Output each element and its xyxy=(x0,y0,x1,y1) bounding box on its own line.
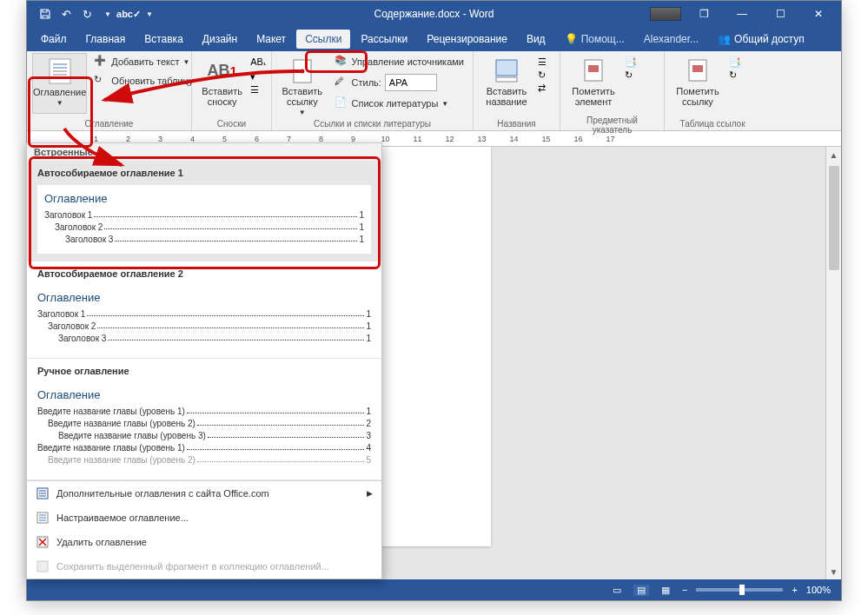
tab-mailings[interactable]: Рассылки xyxy=(352,30,416,49)
read-mode-icon[interactable]: ▭ xyxy=(609,585,625,596)
window-title: Содержание.docx - Word xyxy=(374,8,494,20)
tell-me[interactable]: 💡Помощ... xyxy=(556,30,633,49)
minimize-icon[interactable]: — xyxy=(726,3,758,24)
quick-access-toolbar: ↶ ↻ ▼ abc✓ ▼ xyxy=(27,6,157,22)
chevron-right-icon: ▶ xyxy=(367,489,373,498)
gallery-preview: Оглавление Заголовок 11 Заголовок 21 Заг… xyxy=(37,185,371,254)
scroll-thumb[interactable] xyxy=(829,166,839,270)
ribbon-tabs: Файл Главная Вставка Дизайн Макет Ссылки… xyxy=(27,27,841,51)
caption-icon xyxy=(493,56,520,84)
mark-citation-button[interactable]: Пометить ссылку xyxy=(670,53,726,114)
more-toc-office-button[interactable]: Дополнительные оглавления с сайта Office… xyxy=(27,481,381,506)
share-button[interactable]: 👥 Общий доступ xyxy=(709,30,813,49)
gallery-preview: Оглавление Введите название главы (урове… xyxy=(37,383,371,473)
annotation-arrow-2 xyxy=(61,123,139,175)
index-icon xyxy=(580,56,607,84)
sources-icon: 📚 xyxy=(335,55,348,69)
toc-icon xyxy=(36,511,50,525)
tab-home[interactable]: Главная xyxy=(77,30,135,49)
office-icon xyxy=(36,486,50,500)
chevron-down-icon: ▼ xyxy=(56,99,63,107)
ribbon-group-toa: Пометить ссылку 📑 ↻ Таблица ссылок xyxy=(665,51,760,130)
ribbon-group-index: Пометить элемент 📑 ↻ Предметный указател… xyxy=(560,51,665,130)
zoom-level[interactable]: 100% xyxy=(806,585,831,595)
save-icon[interactable] xyxy=(37,6,53,22)
maximize-icon[interactable]: ☐ xyxy=(765,3,796,24)
tab-view[interactable]: Вид xyxy=(518,30,554,49)
chevron-down-icon[interactable]: ▼ xyxy=(142,6,157,22)
tab-review[interactable]: Рецензирование xyxy=(418,30,516,49)
custom-toc-button[interactable]: Настраиваемое оглавление... xyxy=(27,506,381,530)
bibliography-icon: 📄 xyxy=(335,96,348,110)
close-icon[interactable]: ✕ xyxy=(803,3,834,24)
vertical-scrollbar[interactable]: ▲ ▼ xyxy=(825,147,841,579)
citation-style: 🖉Стиль: xyxy=(331,72,467,93)
save-selection-button: Сохранить выделенный фрагмент в коллекци… xyxy=(27,554,381,579)
window-restore-icon[interactable]: ❐ xyxy=(688,3,719,24)
spelling-icon[interactable]: abc✓ xyxy=(121,6,136,22)
gallery-item-manual-toc[interactable]: Ручное оглавление Оглавление Введите наз… xyxy=(27,359,381,480)
zoom-slider[interactable] xyxy=(696,588,783,592)
toc-icon xyxy=(46,57,74,85)
update-index-icon[interactable]: ↻ xyxy=(625,69,637,81)
remove-icon xyxy=(36,535,50,549)
style-select[interactable] xyxy=(385,74,437,91)
ribbon-display-toggle[interactable] xyxy=(650,7,681,21)
caption-update-icon[interactable]: ↻ xyxy=(538,69,547,81)
insert-toa-icon[interactable]: 📑 xyxy=(729,56,741,68)
web-layout-icon[interactable]: ▦ xyxy=(658,585,673,596)
tab-design[interactable]: Дизайн xyxy=(194,30,246,49)
save-icon xyxy=(36,559,50,573)
toc-button[interactable]: Оглавление ▼ xyxy=(32,53,87,114)
annotation-arrow-1 xyxy=(96,61,313,113)
svg-rect-12 xyxy=(692,65,703,72)
tab-insert[interactable]: Вставка xyxy=(136,30,192,49)
svg-rect-16 xyxy=(37,561,48,572)
svg-rect-7 xyxy=(496,60,517,76)
bibliography-button[interactable]: 📄Список литературы▼ xyxy=(331,95,467,112)
user-account[interactable]: Alexander... xyxy=(635,30,707,49)
mark-index-button[interactable]: Пометить элемент xyxy=(566,53,621,114)
insert-index-icon[interactable]: 📑 xyxy=(625,56,637,68)
toa-icon xyxy=(684,56,712,84)
chevron-down-icon[interactable]: ▼ xyxy=(100,6,116,22)
lightbulb-icon: 💡 xyxy=(565,33,578,45)
remove-toc-button[interactable]: Удалить оглавление xyxy=(27,530,381,554)
style-icon: 🖉 xyxy=(335,76,348,89)
caption-list-icon[interactable]: ☰ xyxy=(538,56,547,68)
cross-ref-icon[interactable]: ⇄ xyxy=(538,83,547,94)
ribbon-group-captions: Вставить название ☰ ↻ ⇄ Названия xyxy=(474,51,560,130)
scroll-down-icon[interactable]: ▼ xyxy=(826,564,841,579)
tab-layout[interactable]: Макет xyxy=(248,30,295,49)
statusbar: ▭ ▤ ▦ − + 100% xyxy=(27,579,841,600)
share-icon: 👥 xyxy=(718,33,731,45)
toc-gallery-panel: Встроенные Автособираемое оглавление 1 О… xyxy=(26,142,382,579)
svg-rect-10 xyxy=(588,65,599,72)
tab-file[interactable]: Файл xyxy=(32,30,76,49)
update-toa-icon[interactable]: ↻ xyxy=(729,69,741,81)
undo-icon[interactable]: ↶ xyxy=(58,6,74,22)
tab-references[interactable]: Ссылки xyxy=(296,30,350,49)
scroll-up-icon[interactable]: ▲ xyxy=(826,147,841,162)
zoom-in-icon[interactable]: + xyxy=(792,585,797,595)
svg-rect-8 xyxy=(496,77,517,82)
print-layout-icon[interactable]: ▤ xyxy=(633,585,649,596)
redo-icon[interactable]: ↻ xyxy=(79,6,95,22)
zoom-out-icon[interactable]: − xyxy=(682,585,687,595)
gallery-item-auto-toc-1[interactable]: Автособираемое оглавление 1 Оглавление З… xyxy=(27,161,381,261)
gallery-preview: Оглавление Заголовок 11 Заголовок 21 Заг… xyxy=(37,286,371,351)
insert-caption-button[interactable]: Вставить название xyxy=(479,53,534,114)
titlebar: ↶ ↻ ▼ abc✓ ▼ Содержание.docx - Word ❐ — … xyxy=(27,1,841,27)
manage-sources-button[interactable]: 📚Управление источниками xyxy=(331,53,467,70)
gallery-item-auto-toc-2[interactable]: Автособираемое оглавление 2 Оглавление З… xyxy=(27,261,381,359)
